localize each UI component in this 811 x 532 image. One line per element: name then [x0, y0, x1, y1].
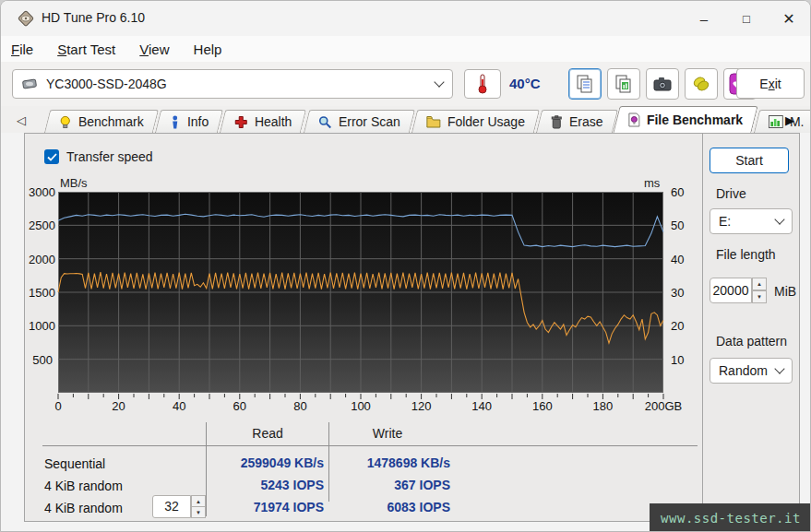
x-axis-tick: 180: [593, 399, 614, 413]
y-axis-right-tick: 60: [671, 185, 684, 199]
file-length-label: File length: [716, 247, 776, 262]
minimize-button[interactable]: –: [683, 1, 725, 36]
data-pattern-dropdown[interactable]: Random: [710, 358, 793, 384]
tab-erase[interactable]: Erase: [535, 110, 617, 133]
y-axis-right-unit: ms: [644, 176, 660, 190]
donate-button[interactable]: [685, 68, 718, 100]
random-qd-read-value: 71974 IOPS: [204, 500, 324, 514]
y-axis-left-tick: 2000: [29, 253, 53, 266]
y-axis-left-tick: 1000: [29, 319, 53, 333]
x-axis-tick: 0: [54, 399, 61, 413]
file-length-input[interactable]: 20000: [710, 278, 752, 303]
data-pattern-label: Data pattern: [716, 334, 787, 349]
drive-label: Drive: [716, 186, 746, 201]
start-button[interactable]: Start: [710, 148, 789, 173]
column-header-write: Write: [333, 426, 442, 441]
x-axis-tick: 160: [532, 399, 553, 413]
transfer-speed-checkbox[interactable]: [44, 149, 59, 164]
drive-select-combo[interactable]: YC3000-SSD-2048G: [12, 69, 453, 99]
thermometer-icon: [477, 74, 488, 94]
table-divider-2: [328, 422, 329, 502]
disk-icon: [22, 77, 39, 90]
x-axis-tick: 40: [173, 399, 185, 413]
x-axis-tick: 100: [351, 399, 371, 413]
menu-bar: File Start Test View Help: [1, 36, 810, 62]
y-axis-left-tick: 500: [29, 353, 53, 367]
row-label-4kib-random-qd: 4 KiB random: [44, 501, 123, 515]
x-axis-tick: 20: [112, 399, 125, 413]
magnifier-icon: [318, 115, 332, 129]
tab-strip: ◁ Benchmark Info Health Error Scan Folde…: [1, 106, 810, 133]
x-axis-tick: 60: [233, 399, 246, 413]
tab-benchmark[interactable]: Benchmark: [44, 110, 159, 133]
y-axis-left-tick: 2500: [29, 219, 53, 232]
exit-button[interactable]: Exit: [736, 68, 805, 99]
drive-dropdown[interactable]: E:: [710, 208, 793, 234]
file-length-up-button[interactable]: ▲: [752, 278, 767, 290]
chevron-down-icon: [774, 214, 784, 224]
copy-icon: [575, 74, 595, 94]
x-axis-tick: 200GB: [645, 399, 682, 413]
y-axis-left-tick: 3000: [29, 185, 53, 199]
file-length-unit: MiB: [774, 284, 796, 299]
x-axis-tick: 120: [411, 399, 432, 413]
temperature-button[interactable]: [464, 69, 501, 99]
file-length-down-button[interactable]: ▼: [752, 290, 767, 303]
tab-error-scan[interactable]: Error Scan: [304, 110, 415, 133]
export-results-button[interactable]: [607, 68, 640, 100]
random-qd-write-value: 6083 IOPS: [330, 500, 450, 514]
chevron-down-icon: [434, 77, 444, 87]
benchmark-chart: [58, 192, 663, 400]
folder-icon: [425, 115, 440, 128]
watermark: www.ssd-tester.it: [650, 503, 811, 532]
random-read-value: 5243 IOPS: [204, 478, 324, 492]
y-axis-left-unit: MB/s: [60, 176, 88, 190]
tab-folder-usage[interactable]: Folder Usage: [411, 110, 539, 133]
menu-view[interactable]: View: [139, 41, 169, 57]
y-axis-right-tick: 40: [671, 253, 684, 266]
sequential-write-value: 1478698 KB/s: [330, 455, 450, 470]
random-write-value: 367 IOPS: [330, 478, 450, 492]
chevron-down-icon: [774, 363, 784, 373]
sequential-read-value: 2599049 KB/s: [204, 455, 324, 470]
menu-help[interactable]: Help: [194, 41, 222, 57]
hd-tune-window: HD Tune Pro 6.10 – □ ✕ File Start Test V…: [0, 0, 811, 532]
camera-icon: [652, 76, 673, 92]
queue-depth-input[interactable]: 32: [152, 495, 191, 518]
info-icon: [170, 115, 181, 129]
tab-scroll-left-button[interactable]: ◁: [10, 110, 32, 130]
drive-select-value: YC3000-SSD-2048G: [46, 77, 167, 91]
close-button[interactable]: ✕: [768, 1, 810, 36]
transfer-speed-label: Transfer speed: [66, 149, 153, 164]
check-icon: [47, 153, 57, 161]
table-header-rule: [42, 445, 698, 446]
x-axis-tick: 80: [293, 399, 306, 413]
tab-info[interactable]: Info: [155, 110, 224, 133]
x-axis-tick: 140: [471, 399, 492, 413]
benchmark-bulb-icon: [59, 115, 72, 129]
drive-dropdown-value: E:: [719, 214, 731, 229]
toolbar: YC3000-SSD-2048G 40°C: [1, 62, 810, 106]
panel-divider: [702, 133, 703, 522]
data-pattern-value: Random: [719, 363, 768, 378]
app-icon: [17, 9, 35, 28]
file-benchmark-icon: [628, 112, 640, 127]
menu-file[interactable]: File: [11, 41, 33, 57]
menu-start-test[interactable]: Start Test: [57, 41, 115, 57]
y-axis-right-tick: 20: [671, 319, 684, 333]
tab-file-benchmark[interactable]: File Benchmark: [614, 106, 758, 133]
screenshot-button[interactable]: [646, 68, 679, 100]
trash-icon: [550, 115, 562, 129]
row-label-sequential: Sequential: [44, 456, 105, 471]
row-label-4kib-random: 4 KiB random: [44, 479, 123, 493]
temperature-value: 40°C: [509, 76, 541, 91]
hands-icon: [691, 75, 711, 93]
tab-scroll-right-button[interactable]: ▶: [779, 110, 801, 130]
y-axis-right-tick: 50: [671, 219, 684, 232]
copy-report-button[interactable]: [568, 68, 602, 100]
export-icon: [614, 74, 634, 94]
maximize-button[interactable]: □: [725, 1, 768, 36]
tab-health[interactable]: Health: [220, 110, 307, 133]
y-axis-right-tick: 10: [671, 353, 684, 367]
health-cross-icon: [234, 115, 248, 129]
